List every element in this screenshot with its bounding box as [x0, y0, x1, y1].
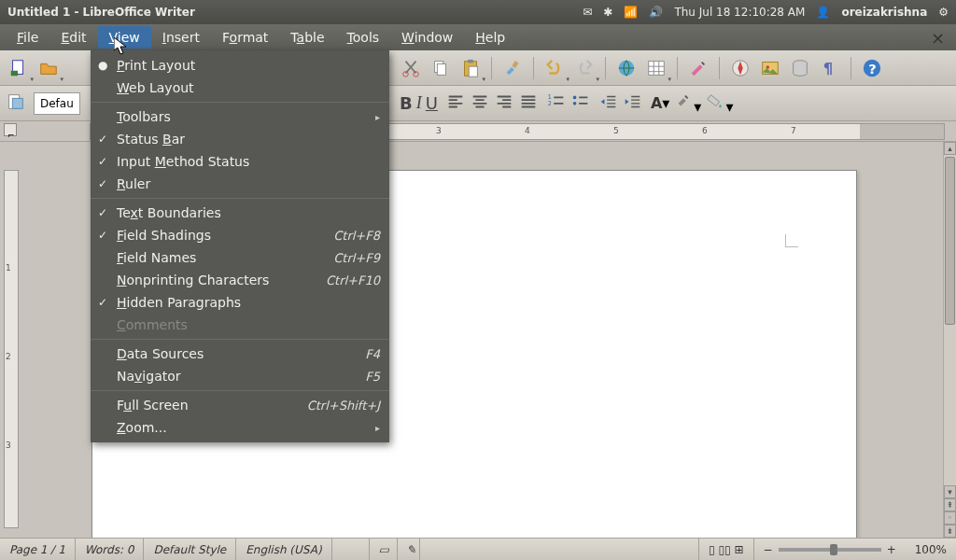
- volume-icon[interactable]: 🔊: [649, 6, 663, 19]
- menu-status-bar[interactable]: ✓Status Bar: [91, 128, 389, 150]
- menu-help[interactable]: Help: [464, 26, 516, 49]
- menu-zoom[interactable]: Zoom...▸: [91, 416, 389, 439]
- format-paintbrush-button[interactable]: [499, 55, 526, 81]
- numbered-list-button[interactable]: 12: [546, 91, 567, 116]
- align-center-button[interactable]: [470, 91, 490, 116]
- menu-text-boundaries[interactable]: ✓Text Boundaries: [91, 202, 389, 224]
- align-left-button[interactable]: [445, 91, 466, 116]
- status-insert-mode[interactable]: [332, 539, 370, 560]
- font-color-button[interactable]: A▾: [651, 94, 669, 112]
- paste-button[interactable]: ▾: [457, 55, 484, 81]
- help-button[interactable]: ?: [859, 55, 885, 81]
- paragraph-style-combo[interactable]: [34, 92, 80, 115]
- menubar: File Edit View Insert Format Table Tools…: [0, 24, 956, 50]
- gallery-button[interactable]: [757, 55, 783, 81]
- network-icon[interactable]: 📶: [624, 6, 638, 19]
- menu-print-layout[interactable]: ●Print Layout: [91, 54, 389, 77]
- copy-button[interactable]: [428, 55, 454, 81]
- page-margin-marker: [785, 234, 798, 247]
- menu-data-sources[interactable]: Data SourcesF4: [91, 343, 389, 365]
- svg-rect-11: [649, 61, 665, 75]
- menu-table[interactable]: Table: [279, 26, 335, 49]
- scrollbar-thumb[interactable]: [945, 157, 955, 325]
- menu-field-names[interactable]: Field NamesCtrl+F9: [91, 246, 389, 269]
- vertical-ruler[interactable]: [4, 170, 19, 528]
- italic-button[interactable]: I: [416, 93, 422, 113]
- status-page[interactable]: Page 1 / 1: [0, 539, 76, 560]
- zoom-percent[interactable]: 100%: [906, 539, 956, 560]
- menu-tools[interactable]: Tools: [336, 26, 391, 49]
- background-color-button[interactable]: ▾: [705, 91, 733, 116]
- zoom-slider[interactable]: [779, 548, 881, 552]
- navigator-button[interactable]: [727, 55, 753, 81]
- username[interactable]: oreizakrishna: [841, 6, 927, 19]
- settings-gear-icon[interactable]: ⚙: [938, 6, 949, 19]
- decrease-indent-button[interactable]: [598, 91, 619, 116]
- mail-icon[interactable]: ✉: [583, 6, 592, 19]
- menu-file[interactable]: File: [6, 26, 49, 49]
- cut-button[interactable]: [398, 55, 424, 81]
- align-right-button[interactable]: [494, 91, 514, 116]
- svg-rect-7: [468, 59, 473, 63]
- status-modified-icon[interactable]: ✎: [398, 539, 420, 560]
- zoom-control[interactable]: − +: [754, 543, 906, 556]
- align-justify-button[interactable]: [518, 91, 539, 116]
- nonprinting-chars-button[interactable]: ¶: [817, 55, 843, 81]
- user-icon: 👤: [816, 6, 830, 19]
- status-style[interactable]: Default Style: [144, 539, 236, 560]
- menu-comments: Comments: [91, 314, 389, 336]
- redo-button[interactable]: ▾: [571, 55, 598, 81]
- zoom-in-button[interactable]: +: [887, 543, 896, 556]
- menu-toolbars[interactable]: Toolbars▸: [91, 105, 389, 128]
- highlight-color-button[interactable]: ▾: [673, 91, 701, 116]
- hyperlink-button[interactable]: [613, 55, 640, 81]
- bold-button[interactable]: B: [400, 93, 413, 113]
- system-top-bar: Untitled 1 - LibreOffice Writer ✉ ✱ 📶 🔊 …: [0, 0, 956, 24]
- open-button[interactable]: ▾: [35, 55, 62, 81]
- svg-text:2: 2: [548, 99, 552, 106]
- menu-format[interactable]: Format: [211, 26, 279, 49]
- vertical-scrollbar[interactable]: ▴ ▾ ⇞ ◦ ⇟: [943, 142, 956, 538]
- drawing-button[interactable]: [685, 55, 711, 81]
- data-sources-button[interactable]: [787, 55, 813, 81]
- scroll-up-button[interactable]: ▴: [944, 142, 956, 155]
- menu-full-screen[interactable]: Full ScreenCtrl+Shift+J: [91, 394, 389, 416]
- menu-window[interactable]: Window: [390, 26, 464, 49]
- menu-web-layout[interactable]: Web Layout: [91, 77, 389, 99]
- menu-insert[interactable]: Insert: [151, 26, 211, 49]
- menu-view[interactable]: View: [98, 26, 151, 49]
- status-selection-mode[interactable]: ▭: [370, 539, 398, 560]
- scroll-down-button[interactable]: ▾: [944, 485, 956, 498]
- statusbar: Page 1 / 1 Words: 0 Default Style Englis…: [0, 538, 956, 560]
- bluetooth-icon[interactable]: ✱: [603, 6, 612, 19]
- table-button[interactable]: ▾: [643, 55, 669, 81]
- document-close-button[interactable]: ×: [925, 28, 950, 48]
- menu-navigator[interactable]: NavigatorF5: [91, 365, 389, 387]
- system-tray: ✉ ✱ 📶 🔊 Thu Jul 18 12:10:28 AM 👤 oreizak…: [583, 6, 949, 19]
- menu-input-method-status[interactable]: ✓Input Method Status: [91, 150, 389, 173]
- menu-nonprinting-chars[interactable]: Nonprinting CharactersCtrl+F10: [91, 269, 389, 291]
- bullet-list-button[interactable]: [570, 91, 591, 116]
- nav-circle-button[interactable]: ◦: [944, 511, 956, 525]
- view-layout-buttons[interactable]: ▯ ▯▯ ⊞: [699, 539, 754, 560]
- status-language[interactable]: English (USA): [236, 539, 331, 560]
- increase-indent-button[interactable]: [623, 91, 643, 116]
- clock[interactable]: Thu Jul 18 12:10:28 AM: [674, 6, 805, 19]
- next-page-button[interactable]: ⇟: [944, 525, 956, 538]
- svg-point-23: [573, 95, 577, 99]
- menu-ruler[interactable]: ✓Ruler: [91, 173, 389, 195]
- status-words[interactable]: Words: 0: [76, 539, 145, 560]
- styles-button[interactable]: [6, 91, 26, 116]
- new-document-button[interactable]: ▾: [6, 55, 32, 81]
- svg-text:?: ?: [868, 60, 877, 76]
- menu-edit[interactable]: Edit: [49, 26, 97, 49]
- underline-button[interactable]: U: [426, 93, 438, 113]
- window-title: Untitled 1 - LibreOffice Writer: [7, 6, 583, 19]
- prev-page-button[interactable]: ⇞: [944, 498, 956, 511]
- menu-hidden-paragraphs[interactable]: ✓Hidden Paragraphs: [91, 291, 389, 314]
- paragraph-style-input[interactable]: [34, 92, 80, 115]
- svg-rect-8: [469, 66, 477, 77]
- undo-button[interactable]: ▾: [541, 55, 568, 81]
- menu-field-shadings[interactable]: ✓Field ShadingsCtrl+F8: [91, 224, 389, 246]
- zoom-out-button[interactable]: −: [764, 543, 773, 556]
